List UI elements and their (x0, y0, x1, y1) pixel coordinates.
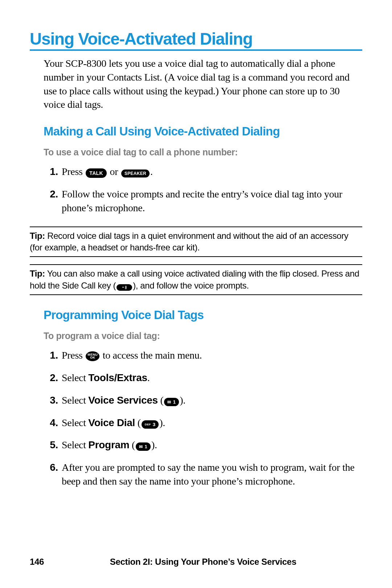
step-1: Press MENUOK to access the main menu. (44, 344, 362, 367)
footer-section-title: Section 2I: Using Your Phone’s Voice Ser… (30, 557, 362, 567)
key-1-icon: 1 (136, 442, 151, 451)
talk-key-icon: TALK (86, 168, 107, 178)
side-call-key-icon (117, 284, 132, 291)
step-2: Select Tools/Extras. (44, 367, 362, 389)
intro-paragraph: Your SCP-8300 lets you use a voice dial … (44, 57, 362, 111)
subheading-program-tags: Programming Voice Dial Tags (44, 308, 362, 322)
page-number: 146 (30, 557, 44, 567)
key-3-icon: DEF3 (142, 420, 159, 429)
steps-make-call: Press TALK or SPEAKER. Follow the voice … (44, 160, 362, 219)
tip-quiet-environment: Tip: Record voice dial tags in a quiet e… (30, 226, 362, 257)
step-6: After you are prompted to say the name y… (44, 456, 362, 493)
procedure-title-program-tag: To program a voice dial tag: (44, 331, 362, 341)
speaker-key-icon: SPEAKER (121, 170, 150, 177)
menu-ok-key-icon: MENUOK (86, 351, 99, 361)
steps-program-tag: Press MENUOK to access the main menu. Se… (44, 344, 362, 493)
step-2: Follow the voice prompts and recite the … (44, 183, 362, 219)
tip-flip-closed: Tip: You can also make a call using voic… (30, 264, 362, 295)
key-1-icon: 1 (164, 398, 179, 406)
page-title: Using Voice-Activated Dialing (30, 29, 362, 51)
step-1: Press TALK or SPEAKER. (44, 160, 362, 183)
step-4: Select Voice Dial (DEF3). (44, 412, 362, 434)
step-3: Select Voice Services (1). (44, 389, 362, 412)
procedure-title-use-tag: To use a voice dial tag to call a phone … (44, 147, 362, 158)
step-5: Select Program (1). (44, 434, 362, 456)
page-footer: 146 Section 2I: Using Your Phone’s Voice… (30, 557, 362, 567)
subheading-making-call: Making a Call Using Voice-Activated Dial… (44, 124, 362, 138)
